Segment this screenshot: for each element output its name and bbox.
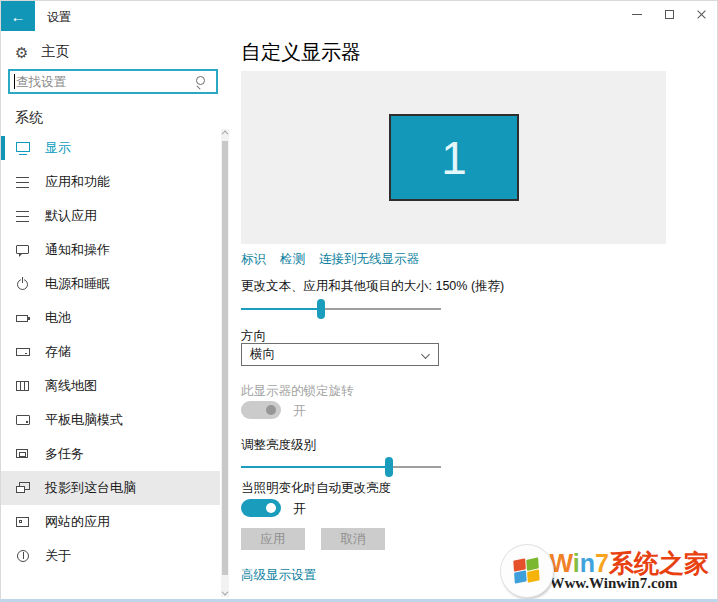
scaling-slider[interactable] <box>241 299 441 319</box>
brightness-label: 调整亮度级别 <box>241 437 316 454</box>
windows-logo-icon <box>501 545 553 597</box>
title-bar: ← 设置 <box>1 1 717 31</box>
sidebar: ⚙ 主页 系统 显示 应用和功能 默认应用 通知和操作 <box>1 31 231 599</box>
rotation-lock-state: 开 <box>293 403 306 420</box>
multitask-icon <box>15 446 31 462</box>
slider-thumb[interactable] <box>317 299 325 319</box>
rotation-lock-toggle <box>241 401 281 419</box>
monitor-1[interactable]: 1 <box>389 114 519 201</box>
sidebar-item-offline-maps[interactable]: 离线地图 <box>1 369 231 403</box>
webapp-icon <box>15 514 31 530</box>
slider-thumb[interactable] <box>385 457 393 477</box>
advanced-display-settings-link[interactable]: 高级显示设置 <box>241 567 316 584</box>
back-arrow-icon: ← <box>11 8 26 25</box>
toggle-knob <box>266 503 276 513</box>
sidebar-item-apps-features[interactable]: 应用和功能 <box>1 165 231 199</box>
main-content: 自定义显示器 1 标识 检测 连接到无线显示器 更改文本、应用和其他项目的大小:… <box>241 31 717 599</box>
sidebar-item-storage[interactable]: 存储 <box>1 335 231 369</box>
display-icon <box>15 140 31 156</box>
display-preview-area: 1 <box>241 71 666 244</box>
sidebar-item-power-sleep[interactable]: 电源和睡眠 <box>1 267 231 301</box>
sidebar-item-tablet-mode[interactable]: 平板电脑模式 <box>1 403 231 437</box>
apps-features-icon <box>15 174 31 190</box>
projecting-icon <box>15 480 31 496</box>
maximize-icon <box>665 10 674 19</box>
tablet-icon <box>15 412 31 428</box>
cancel-button[interactable]: 取消 <box>321 528 385 550</box>
storage-icon <box>15 344 31 360</box>
wireless-display-link[interactable]: 连接到无线显示器 <box>319 251 419 268</box>
auto-brightness-toggle[interactable] <box>241 499 281 517</box>
default-apps-icon <box>15 208 31 224</box>
minimize-button[interactable] <box>621 1 653 27</box>
auto-brightness-state: 开 <box>293 501 306 518</box>
identify-link[interactable]: 标识 <box>241 251 266 268</box>
power-icon <box>15 276 31 292</box>
close-button[interactable] <box>685 1 717 27</box>
auto-brightness-label: 当照明变化时自动更改亮度 <box>241 480 391 497</box>
scaling-label: 更改文本、应用和其他项目的大小: 150% (推荐) <box>241 278 504 295</box>
sidebar-item-battery[interactable]: 电池 <box>1 301 231 335</box>
section-label-system: 系统 <box>15 109 43 127</box>
sidebar-item-apps-for-websites[interactable]: 网站的应用 <box>1 505 231 539</box>
brightness-slider[interactable] <box>241 457 441 477</box>
watermark: Win7系统之家 Www.Winwin7.com <box>501 545 709 597</box>
minimize-icon <box>632 14 642 15</box>
sidebar-item-display[interactable]: 显示 <box>1 131 231 165</box>
map-icon <box>15 378 31 394</box>
sidebar-nav: 显示 应用和功能 默认应用 通知和操作 电源和睡眠 电池 <box>1 131 231 599</box>
monitor-number: 1 <box>441 131 467 185</box>
scroll-up-icon[interactable] <box>222 131 229 138</box>
search-icon[interactable] <box>196 76 208 88</box>
windows-flag <box>514 558 542 584</box>
text-caret <box>14 74 15 89</box>
chevron-down-icon <box>421 350 430 359</box>
toggle-knob <box>266 405 276 415</box>
watermark-site-name: Win7系统之家 <box>549 550 709 576</box>
scroll-down-icon[interactable] <box>222 589 229 596</box>
sidebar-item-notifications[interactable]: 通知和操作 <box>1 233 231 267</box>
search-input[interactable] <box>16 71 186 92</box>
display-links: 标识 检测 连接到无线显示器 <box>241 251 419 268</box>
notifications-icon <box>15 242 31 258</box>
page-title: 自定义显示器 <box>241 39 361 66</box>
apply-button[interactable]: 应用 <box>241 528 305 550</box>
close-icon <box>696 9 707 20</box>
slider-fill <box>241 466 389 468</box>
sidebar-scrollbar[interactable] <box>221 129 229 597</box>
settings-window: ← 设置 ⚙ 主页 系统 显示 应用和功能 <box>0 0 718 602</box>
orientation-dropdown[interactable]: 横向 <box>241 343 439 366</box>
maximize-button[interactable] <box>653 1 685 27</box>
search-box <box>8 69 218 94</box>
sidebar-item-multitasking[interactable]: 多任务 <box>1 437 231 471</box>
sidebar-item-projecting[interactable]: 投影到这台电脑 <box>1 471 220 505</box>
gear-icon: ⚙ <box>15 45 28 60</box>
slider-fill <box>241 308 321 310</box>
sidebar-item-default-apps[interactable]: 默认应用 <box>1 199 231 233</box>
battery-icon <box>15 310 31 326</box>
scrollbar-thumb[interactable] <box>222 141 228 575</box>
detect-link[interactable]: 检测 <box>280 251 305 268</box>
rotation-lock-label: 此显示器的锁定旋转 <box>241 383 354 400</box>
window-title: 设置 <box>47 9 71 26</box>
orientation-value: 横向 <box>250 346 275 363</box>
sidebar-item-home[interactable]: ⚙ 主页 <box>1 31 231 63</box>
watermark-text: Win7系统之家 Www.Winwin7.com <box>549 550 709 592</box>
info-icon <box>15 548 31 564</box>
home-label: 主页 <box>41 43 69 61</box>
back-button[interactable]: ← <box>1 1 35 31</box>
watermark-url: Www.Winwin7.com <box>549 576 709 592</box>
sidebar-item-about[interactable]: 关于 <box>1 539 231 573</box>
